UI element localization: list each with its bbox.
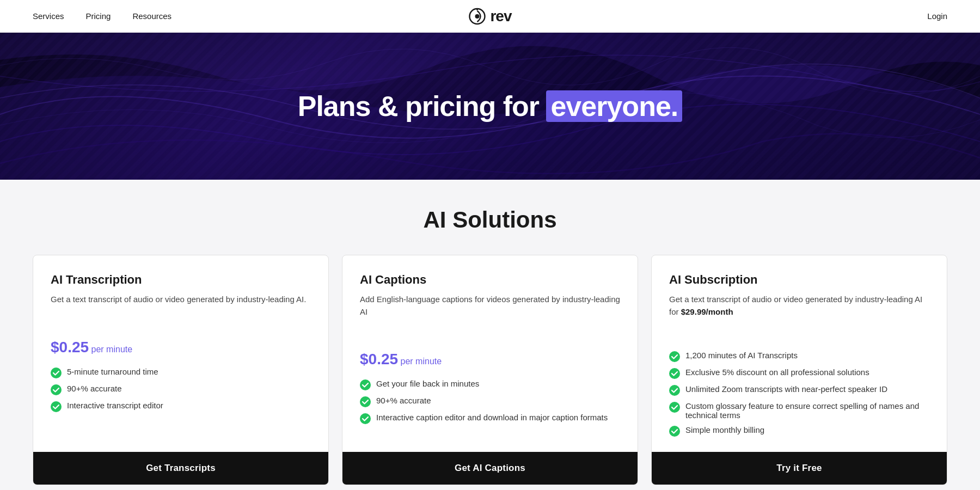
feature-text: Get your file back in minutes [376,379,479,388]
price-unit-captions: per minute [398,357,442,366]
check-icon [669,402,680,413]
check-icon [360,413,371,424]
card-ai-subscription-price-inline: $29.99/month [681,307,733,316]
nav-resources[interactable]: Resources [132,11,171,21]
nav-links-left: Services Pricing Resources [33,11,171,21]
card-ai-transcription-body: AI Transcription Get a text transcript o… [33,255,328,452]
price-amount-captions: $0.25 [360,351,398,367]
feature-item: Interactive transcript editor [51,401,311,412]
check-icon [669,426,680,437]
hero-content: Plans & pricing for everyone. [298,90,683,122]
check-icon [669,368,680,379]
feature-item: 90+% accurate [51,384,311,395]
feature-item: Custom glossary feature to ensure correc… [669,401,929,420]
card-ai-captions-footer: Get AI Captions [342,452,638,485]
check-icon [669,351,680,362]
svg-point-3 [51,367,62,378]
feature-item: Simple monthly billing [669,425,929,437]
check-icon [669,385,680,396]
svg-point-7 [360,396,371,407]
feature-text: Exclusive 5% discount on all professiona… [685,367,869,377]
hero-title-highlight: everyone. [546,90,682,122]
cards-grid: AI Transcription Get a text transcript o… [33,255,947,485]
get-transcripts-button[interactable]: Get Transcripts [33,452,328,485]
navbar-right: Login [927,11,947,21]
svg-point-6 [360,379,371,390]
features-list-captions: Get your file back in minutes 90+% accur… [360,379,620,424]
get-ai-captions-button[interactable]: Get AI Captions [342,452,638,485]
features-list-subscription: 1,200 minutes of AI Transcripts Exclusiv… [669,351,929,437]
card-ai-subscription: AI Subscription Get a text transcript of… [651,255,947,485]
card-ai-transcription-price: $0.25 per minute [51,339,311,356]
svg-point-11 [669,385,680,396]
svg-point-8 [360,413,371,424]
svg-point-1 [475,14,479,19]
card-ai-captions-price: $0.25 per minute [360,351,620,368]
feature-item: Unlimited Zoom transcripts with near-per… [669,384,929,396]
feature-item: Get your file back in minutes [360,379,620,390]
svg-point-9 [669,351,680,362]
feature-item: Interactive caption editor and download … [360,413,620,424]
price-unit-transcription: per minute [89,345,132,354]
check-icon [51,401,62,412]
login-link[interactable]: Login [927,11,947,21]
svg-point-5 [51,401,62,412]
feature-text: 1,200 minutes of AI Transcripts [685,351,798,360]
svg-point-12 [669,402,680,413]
card-ai-subscription-title: AI Subscription [669,273,929,287]
section-title: AI Solutions [33,207,947,233]
card-ai-captions-body: AI Captions Add English-language caption… [342,255,638,452]
feature-item: 1,200 minutes of AI Transcripts [669,351,929,362]
card-ai-captions-desc: Add English-language captions for videos… [360,293,620,318]
feature-item: 90+% accurate [360,396,620,407]
rev-logo-icon [468,8,486,25]
check-icon [51,384,62,395]
feature-text: 90+% accurate [376,396,431,405]
features-list-transcription: 5-minute turnaround time 90+% accurate [51,367,311,412]
feature-text: 5-minute turnaround time [67,367,158,376]
feature-text: Custom glossary feature to ensure correc… [685,401,929,420]
svg-point-13 [669,426,680,437]
check-icon [360,379,371,390]
try-it-free-button[interactable]: Try it Free [652,452,947,485]
navbar: Services Pricing Resources rev Login [0,0,980,33]
card-ai-transcription-title: AI Transcription [51,273,311,287]
navbar-logo[interactable]: rev [468,8,511,25]
card-ai-transcription: AI Transcription Get a text transcript o… [33,255,329,485]
card-ai-captions: AI Captions Add English-language caption… [342,255,638,485]
card-ai-subscription-body: AI Subscription Get a text transcript of… [652,255,947,452]
feature-text: Simple monthly billing [685,425,764,434]
svg-point-10 [669,368,680,379]
hero-title-start: Plans & pricing for [298,90,547,122]
card-ai-transcription-desc: Get a text transcript of audio or video … [51,293,311,306]
card-ai-transcription-footer: Get Transcripts [33,452,328,485]
hero-banner: Plans & pricing for everyone. [0,33,980,180]
check-icon [360,396,371,407]
feature-text: Unlimited Zoom transcripts with near-per… [685,384,887,394]
feature-item: Exclusive 5% discount on all professiona… [669,367,929,379]
feature-text: 90+% accurate [67,384,121,393]
card-ai-subscription-footer: Try it Free [652,452,947,485]
main-content: AI Solutions AI Transcription Get a text… [0,180,980,490]
navbar-logo-text: rev [490,8,511,25]
svg-point-4 [51,384,62,395]
hero-title: Plans & pricing for everyone. [298,90,683,122]
nav-services[interactable]: Services [33,11,64,21]
price-amount-transcription: $0.25 [51,339,89,356]
feature-text: Interactive transcript editor [67,401,163,410]
nav-pricing[interactable]: Pricing [86,11,111,21]
check-icon [51,367,62,378]
feature-item: 5-minute turnaround time [51,367,311,378]
card-ai-subscription-desc: Get a text transcript of audio or video … [669,293,929,318]
feature-text: Interactive caption editor and download … [376,413,608,422]
card-ai-captions-title: AI Captions [360,273,620,287]
